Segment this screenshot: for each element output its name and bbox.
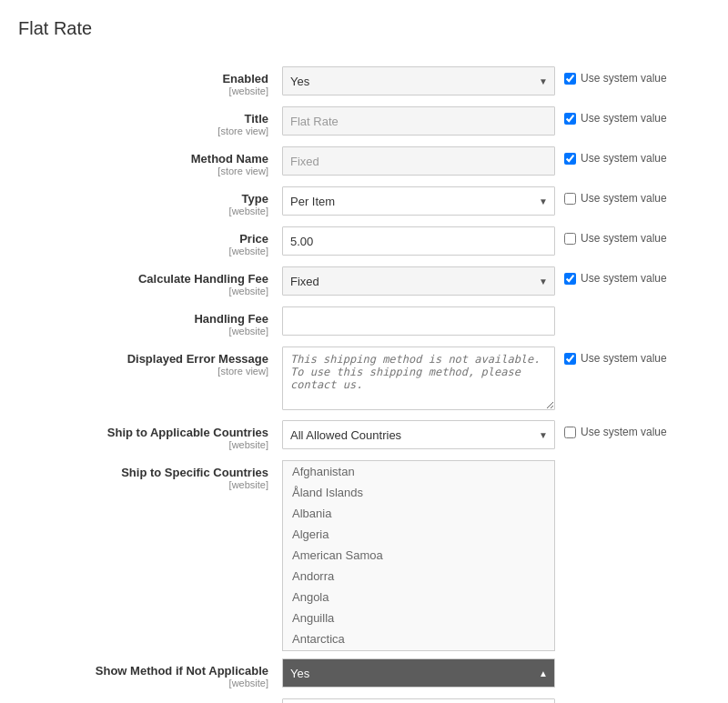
ship-specific-multiselect-wrapper: Afghanistan Åland Islands Albania Algeri… [282,460,555,651]
country-antarctica[interactable]: Antarctica [283,628,554,649]
country-albania[interactable]: Albania [283,503,554,524]
title-input[interactable] [282,106,555,136]
calc-handling-select-wrapper: Fixed Percent ▼ [282,266,555,296]
scope-ship-specific: [website] [18,479,268,490]
country-afghanistan[interactable]: Afghanistan [283,461,554,482]
label-handling-fee: Handling Fee [18,312,268,326]
ship-applicable-select-wrapper: All Allowed Countries Specific Countries… [282,420,555,449]
show-method-select[interactable]: Yes No [282,658,555,688]
label-price: Price [18,232,268,246]
label-type: Type [18,192,268,206]
enabled-select-wrapper: Yes No ▼ [282,66,555,95]
row-ship-applicable: Ship to Applicable Countries [website] A… [18,420,710,453]
price-system-value-checkbox[interactable] [564,233,576,245]
sort-order-input[interactable] [282,698,555,703]
method-name-system-value-checkbox[interactable] [564,153,576,165]
ship-applicable-select[interactable]: All Allowed Countries Specific Countries [282,420,555,449]
scope-calc-handling: [website] [18,286,268,296]
row-show-method: Show Method if Not Applicable [website] … [18,658,710,691]
form-container: Enabled [website] Yes No ▼ Use system va… [18,66,710,703]
enabled-select[interactable]: Yes No [282,66,555,95]
scope-title: [store view] [18,126,268,136]
row-calc-handling: Calculate Handling Fee [website] Fixed P… [18,266,710,299]
country-andorra[interactable]: Andorra [283,566,554,587]
country-antigua[interactable]: Antigua & Barbuda [283,649,554,650]
ship-applicable-system-value-checkbox[interactable] [564,427,576,438]
title-system-value-label: Use system value [581,112,667,125]
scope-method-name: [store view] [18,166,268,176]
ship-applicable-system-value-label: Use system value [581,426,667,438]
scope-enabled: [website] [18,85,268,96]
row-error-message: Displayed Error Message [store view] Use… [18,346,710,413]
label-title: Title [18,112,268,126]
country-aland[interactable]: Åland Islands [283,482,554,503]
type-system-value-checkbox[interactable] [564,193,576,205]
row-type: Type [website] None Per Order Per Item ▼… [18,186,710,219]
label-error-message: Displayed Error Message [18,352,268,366]
row-handling-fee: Handling Fee [website] [18,306,710,339]
label-ship-applicable: Ship to Applicable Countries [18,426,268,439]
type-select-wrapper: None Per Order Per Item ▼ [282,186,555,216]
row-sort-order: Sort Order [website] [18,698,710,703]
scope-show-method: [website] [18,678,268,688]
row-title: Title [store view] Use system value [18,106,710,139]
calc-handling-select[interactable]: Fixed Percent [282,266,555,296]
page-title: Flat Rate [18,18,710,48]
show-method-select-wrapper: Yes No ▲ [282,658,555,688]
row-method-name: Method Name [store view] Use system valu… [18,146,710,179]
price-system-value-label: Use system value [581,232,667,245]
label-ship-specific: Ship to Specific Countries [18,466,268,479]
error-message-textarea[interactable] [282,346,555,410]
title-system-value-checkbox[interactable] [564,113,576,125]
row-ship-specific: Ship to Specific Countries [website] Afg… [18,460,710,651]
type-select[interactable]: None Per Order Per Item [282,186,555,216]
country-anguilla[interactable]: Anguilla [283,608,554,628]
country-american-samoa[interactable]: American Samoa [283,545,554,566]
scope-type: [website] [18,206,268,216]
type-system-value-label: Use system value [581,192,667,205]
price-input[interactable] [282,226,555,256]
error-message-system-value-checkbox[interactable] [564,353,576,365]
scope-handling-fee: [website] [18,326,268,336]
error-message-system-value-label: Use system value [581,352,667,365]
label-calc-handling: Calculate Handling Fee [18,272,268,286]
scope-error-message: [store view] [18,366,268,377]
method-name-system-value-label: Use system value [581,152,667,165]
enabled-system-value-label: Use system value [581,72,667,85]
row-price: Price [website] Use system value [18,226,710,259]
calc-handling-system-value-checkbox[interactable] [564,273,576,285]
scope-ship-applicable: [website] [18,439,268,450]
handling-fee-input[interactable] [282,306,555,336]
calc-handling-system-value-label: Use system value [581,272,667,285]
label-method-name: Method Name [18,152,268,166]
row-enabled: Enabled [website] Yes No ▼ Use system va… [18,66,710,99]
country-angola[interactable]: Angola [283,587,554,608]
scope-price: [website] [18,246,268,256]
label-show-method: Show Method if Not Applicable [18,664,268,678]
label-enabled: Enabled [18,72,268,85]
enabled-system-value-checkbox[interactable] [564,73,576,85]
country-algeria[interactable]: Algeria [283,524,554,545]
ship-specific-multiselect[interactable]: Afghanistan Åland Islands Albania Algeri… [283,461,554,650]
method-name-input[interactable] [282,146,555,176]
